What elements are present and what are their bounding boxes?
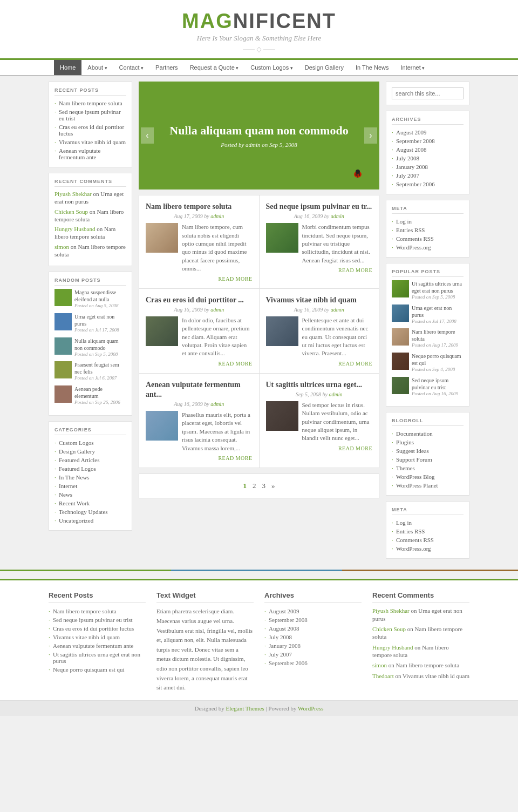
list-item[interactable]: July 2008 xyxy=(264,633,362,641)
nav-link-logos[interactable]: Custom Logos xyxy=(244,60,298,75)
list-item[interactable]: Internet xyxy=(54,482,126,490)
nav-link-quote[interactable]: Request a Quote xyxy=(184,60,245,75)
read-more-link[interactable]: READ MORE xyxy=(266,267,373,273)
list-item[interactable]: September 2008 xyxy=(264,615,362,624)
read-more-link[interactable]: READ MORE xyxy=(146,361,253,367)
list-item[interactable]: Log in xyxy=(392,217,464,226)
list-item[interactable]: Technology Updates xyxy=(54,508,126,516)
nav-item-home[interactable]: Home xyxy=(54,60,81,75)
nav-link-home[interactable]: Home xyxy=(54,60,81,75)
list-item[interactable]: Nam libero tempore soluta xyxy=(54,99,126,107)
list-item[interactable]: Cras eu eros id dui porttitor luctus xyxy=(54,123,126,138)
list-item[interactable]: WordPress Blog xyxy=(392,472,464,481)
read-more-link[interactable]: READ MORE xyxy=(266,361,373,367)
list-item[interactable]: Comments RSS xyxy=(392,536,464,544)
pagination-next[interactable]: » xyxy=(271,482,275,490)
list-item[interactable]: July 2007 xyxy=(392,171,464,180)
list-item[interactable]: Ut sagittis ultrices urna eget erat non … xyxy=(49,650,146,665)
post-item: Cras eu eros id dui porttitor ... Aug 16… xyxy=(139,289,259,373)
search-input[interactable] xyxy=(392,87,464,99)
list-item: Aenean pede elementumPosted on Sep 26, 2… xyxy=(54,385,126,406)
list-item[interactable]: Vivamus vitae nibh id quam xyxy=(54,138,126,146)
read-more-link[interactable]: READ MORE xyxy=(146,455,253,461)
list-item[interactable]: Nam libero tempore soluta xyxy=(49,607,146,615)
list-item[interactable]: Sed neque ipsum pulvinar eu trist xyxy=(54,107,126,123)
ladybug-icon xyxy=(352,168,363,179)
nav-item-quote[interactable]: Request a Quote xyxy=(184,60,245,75)
list-item[interactable]: News xyxy=(54,490,126,499)
list-item[interactable]: Entries RSS xyxy=(392,527,464,536)
list-item[interactable]: Plugins xyxy=(392,438,464,446)
list-item[interactable]: September 2006 xyxy=(392,180,464,188)
nav-item-internet[interactable]: Internet xyxy=(394,60,431,75)
list-item[interactable]: August 2009 xyxy=(264,607,362,615)
list-item[interactable]: July 2008 xyxy=(392,154,464,163)
list-item[interactable]: Recent Work xyxy=(54,499,126,508)
post-title-link[interactable]: Ut sagittis ultrices urna eget... xyxy=(266,381,362,389)
list-item[interactable]: In The News xyxy=(54,473,126,482)
list-item[interactable]: Vivamus vitae nibh id quam xyxy=(49,633,146,641)
pagination-page-2[interactable]: 2 xyxy=(253,482,256,490)
nav-item-partners[interactable]: Partners xyxy=(149,60,184,75)
post-title-link[interactable]: Vivamus vitae nibh id quam xyxy=(266,296,357,304)
read-more-link[interactable]: READ MORE xyxy=(266,445,373,451)
post-meta: Aug 16, 2009 by admin xyxy=(146,307,253,313)
nav-item-gallery[interactable]: Design Gallery xyxy=(299,60,350,75)
nav-item-logos[interactable]: Custom Logos xyxy=(244,60,298,75)
nav-item-news[interactable]: In The News xyxy=(350,60,395,75)
archives-title: ARCHIVES xyxy=(392,117,464,125)
list-item[interactable]: Featured Logos xyxy=(54,464,126,473)
list-item[interactable]: Aenean vulputate fermentum ante xyxy=(54,146,126,161)
list-item[interactable]: WordPress.org xyxy=(392,544,464,553)
post-title-link[interactable]: Aenean vulputate fermentum ant... xyxy=(146,381,241,398)
slider-next-button[interactable]: › xyxy=(364,127,377,144)
post-title-link[interactable]: Cras eu eros id dui porttitor ... xyxy=(146,296,244,304)
list-item[interactable]: Suggest Ideas xyxy=(392,446,464,455)
list-item: Magna suspendisse eleifend at nullaPoste… xyxy=(54,289,126,309)
read-more-link[interactable]: READ MORE xyxy=(146,276,253,282)
list-item[interactable]: Cras eu eros id dui porttitor luctus xyxy=(49,624,146,633)
post-title-link[interactable]: Sed neque ipsum pulvinar eu tr... xyxy=(266,202,372,211)
archives-widget: ARCHIVES August 2009 September 2008 Augu… xyxy=(386,111,469,194)
nav-link-internet[interactable]: Internet xyxy=(394,60,431,75)
list-item[interactable]: August 2008 xyxy=(392,145,464,154)
nav-link-news[interactable]: In The News xyxy=(350,60,395,75)
list-item[interactable]: Comments RSS xyxy=(392,234,464,243)
list-item[interactable]: January 2008 xyxy=(264,641,362,650)
list-item[interactable]: Support Forum xyxy=(392,455,464,464)
nav-item-about[interactable]: About xyxy=(81,60,113,75)
post-title-link[interactable]: Nam libero tempore soluta xyxy=(146,202,231,211)
elegant-themes-link[interactable]: Elegant Themes xyxy=(226,705,264,712)
content-area: RECENT POSTS Nam libero tempore soluta S… xyxy=(49,82,469,564)
main-content: ‹ Nulla aliquam quam non commodo Posted … xyxy=(139,82,379,564)
list-item[interactable]: Custom Logos xyxy=(54,438,126,447)
list-item[interactable]: Themes xyxy=(392,464,464,472)
nav-link-about[interactable]: About xyxy=(81,60,113,75)
nav-link-partners[interactable]: Partners xyxy=(149,60,184,75)
list-item[interactable]: September 2006 xyxy=(264,659,362,667)
pagination-page-3[interactable]: 3 xyxy=(262,482,266,490)
list-item[interactable]: August 2008 xyxy=(264,624,362,633)
list-item[interactable]: January 2008 xyxy=(392,163,464,171)
footer-text-content: Etiam pharetra scelerisque diam. Maecena… xyxy=(156,607,254,692)
list-item[interactable]: WordPress Planet xyxy=(392,481,464,490)
list-item[interactable]: August 2009 xyxy=(392,128,464,137)
list-item[interactable]: Log in xyxy=(392,518,464,527)
list-item[interactable]: WordPress.org xyxy=(392,243,464,252)
list-item[interactable]: Featured Articles xyxy=(54,456,126,464)
list-item[interactable]: Neque porro quisquam est qui xyxy=(49,665,146,674)
nav-link-gallery[interactable]: Design Gallery xyxy=(299,60,350,75)
list-item[interactable]: Entries RSS xyxy=(392,226,464,234)
list-item[interactable]: Sed neque ipsum pulvinar eu trist xyxy=(49,615,146,624)
list-item[interactable]: Documentation xyxy=(392,429,464,438)
site-tagline: Here Is Your Slogan & Something Else Her… xyxy=(0,34,518,43)
nav-link-contact[interactable]: Contact xyxy=(113,60,149,75)
list-item[interactable]: September 2008 xyxy=(392,137,464,145)
list-item[interactable]: Aenean vulputate fermentum ante xyxy=(49,641,146,650)
nav-item-contact[interactable]: Contact xyxy=(113,60,149,75)
list-item[interactable]: Uncategorized xyxy=(54,516,126,525)
list-item[interactable]: July 2007 xyxy=(264,650,362,659)
slider-prev-button[interactable]: ‹ xyxy=(141,127,154,144)
list-item[interactable]: Design Gallery xyxy=(54,447,126,456)
wordpress-link[interactable]: WordPress xyxy=(298,705,323,712)
